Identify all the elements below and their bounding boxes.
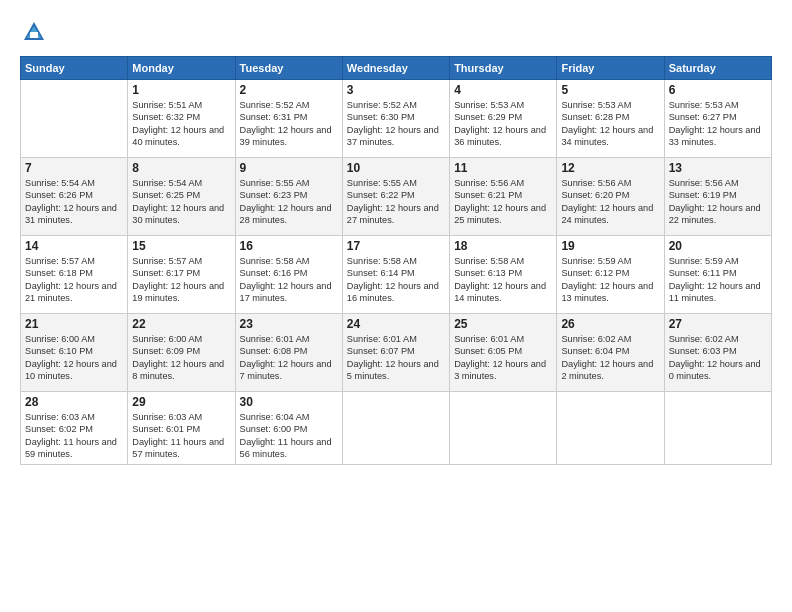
- day-info: Sunrise: 6:00 AMSunset: 6:09 PMDaylight:…: [132, 333, 230, 383]
- weekday-header-friday: Friday: [557, 57, 664, 80]
- day-info: Sunrise: 6:03 AMSunset: 6:02 PMDaylight:…: [25, 411, 123, 461]
- day-number: 24: [347, 317, 445, 331]
- day-number: 10: [347, 161, 445, 175]
- calendar-cell: 11Sunrise: 5:56 AMSunset: 6:21 PMDayligh…: [450, 158, 557, 236]
- day-info: Sunrise: 6:03 AMSunset: 6:01 PMDaylight:…: [132, 411, 230, 461]
- day-number: 30: [240, 395, 338, 409]
- day-info: Sunrise: 6:02 AMSunset: 6:04 PMDaylight:…: [561, 333, 659, 383]
- day-number: 23: [240, 317, 338, 331]
- day-info: Sunrise: 5:58 AMSunset: 6:16 PMDaylight:…: [240, 255, 338, 305]
- calendar-week-row: 1Sunrise: 5:51 AMSunset: 6:32 PMDaylight…: [21, 80, 772, 158]
- calendar-cell: 12Sunrise: 5:56 AMSunset: 6:20 PMDayligh…: [557, 158, 664, 236]
- day-number: 3: [347, 83, 445, 97]
- day-info: Sunrise: 6:04 AMSunset: 6:00 PMDaylight:…: [240, 411, 338, 461]
- calendar-week-row: 28Sunrise: 6:03 AMSunset: 6:02 PMDayligh…: [21, 392, 772, 465]
- day-info: Sunrise: 5:57 AMSunset: 6:17 PMDaylight:…: [132, 255, 230, 305]
- day-number: 8: [132, 161, 230, 175]
- day-number: 9: [240, 161, 338, 175]
- day-number: 29: [132, 395, 230, 409]
- calendar-cell: 6Sunrise: 5:53 AMSunset: 6:27 PMDaylight…: [664, 80, 771, 158]
- day-number: 18: [454, 239, 552, 253]
- calendar-cell: 4Sunrise: 5:53 AMSunset: 6:29 PMDaylight…: [450, 80, 557, 158]
- calendar-cell: [450, 392, 557, 465]
- calendar-cell: 22Sunrise: 6:00 AMSunset: 6:09 PMDayligh…: [128, 314, 235, 392]
- day-number: 6: [669, 83, 767, 97]
- calendar-cell: 3Sunrise: 5:52 AMSunset: 6:30 PMDaylight…: [342, 80, 449, 158]
- calendar-cell: 9Sunrise: 5:55 AMSunset: 6:23 PMDaylight…: [235, 158, 342, 236]
- day-number: 27: [669, 317, 767, 331]
- weekday-header-thursday: Thursday: [450, 57, 557, 80]
- day-number: 13: [669, 161, 767, 175]
- logo: [20, 18, 52, 46]
- calendar-cell: 28Sunrise: 6:03 AMSunset: 6:02 PMDayligh…: [21, 392, 128, 465]
- day-number: 2: [240, 83, 338, 97]
- day-number: 22: [132, 317, 230, 331]
- calendar-week-row: 21Sunrise: 6:00 AMSunset: 6:10 PMDayligh…: [21, 314, 772, 392]
- calendar-cell: 24Sunrise: 6:01 AMSunset: 6:07 PMDayligh…: [342, 314, 449, 392]
- day-info: Sunrise: 5:52 AMSunset: 6:31 PMDaylight:…: [240, 99, 338, 149]
- calendar-cell: 14Sunrise: 5:57 AMSunset: 6:18 PMDayligh…: [21, 236, 128, 314]
- day-info: Sunrise: 5:59 AMSunset: 6:11 PMDaylight:…: [669, 255, 767, 305]
- day-info: Sunrise: 6:00 AMSunset: 6:10 PMDaylight:…: [25, 333, 123, 383]
- day-info: Sunrise: 5:59 AMSunset: 6:12 PMDaylight:…: [561, 255, 659, 305]
- day-info: Sunrise: 5:53 AMSunset: 6:28 PMDaylight:…: [561, 99, 659, 149]
- calendar-cell: 25Sunrise: 6:01 AMSunset: 6:05 PMDayligh…: [450, 314, 557, 392]
- calendar-cell: 30Sunrise: 6:04 AMSunset: 6:00 PMDayligh…: [235, 392, 342, 465]
- day-info: Sunrise: 5:58 AMSunset: 6:14 PMDaylight:…: [347, 255, 445, 305]
- day-info: Sunrise: 5:58 AMSunset: 6:13 PMDaylight:…: [454, 255, 552, 305]
- day-number: 15: [132, 239, 230, 253]
- calendar-cell: 29Sunrise: 6:03 AMSunset: 6:01 PMDayligh…: [128, 392, 235, 465]
- day-number: 1: [132, 83, 230, 97]
- page: SundayMondayTuesdayWednesdayThursdayFrid…: [0, 0, 792, 612]
- day-info: Sunrise: 5:56 AMSunset: 6:21 PMDaylight:…: [454, 177, 552, 227]
- weekday-header-wednesday: Wednesday: [342, 57, 449, 80]
- day-number: 26: [561, 317, 659, 331]
- day-number: 25: [454, 317, 552, 331]
- day-info: Sunrise: 5:54 AMSunset: 6:26 PMDaylight:…: [25, 177, 123, 227]
- calendar-cell: 23Sunrise: 6:01 AMSunset: 6:08 PMDayligh…: [235, 314, 342, 392]
- calendar-cell: 17Sunrise: 5:58 AMSunset: 6:14 PMDayligh…: [342, 236, 449, 314]
- calendar-cell: 13Sunrise: 5:56 AMSunset: 6:19 PMDayligh…: [664, 158, 771, 236]
- day-number: 19: [561, 239, 659, 253]
- calendar-cell: 7Sunrise: 5:54 AMSunset: 6:26 PMDaylight…: [21, 158, 128, 236]
- day-number: 20: [669, 239, 767, 253]
- day-info: Sunrise: 5:56 AMSunset: 6:19 PMDaylight:…: [669, 177, 767, 227]
- calendar-cell: [557, 392, 664, 465]
- logo-icon: [20, 18, 48, 46]
- weekday-header-row: SundayMondayTuesdayWednesdayThursdayFrid…: [21, 57, 772, 80]
- calendar-week-row: 7Sunrise: 5:54 AMSunset: 6:26 PMDaylight…: [21, 158, 772, 236]
- day-number: 16: [240, 239, 338, 253]
- day-info: Sunrise: 5:54 AMSunset: 6:25 PMDaylight:…: [132, 177, 230, 227]
- day-number: 21: [25, 317, 123, 331]
- calendar-cell: 26Sunrise: 6:02 AMSunset: 6:04 PMDayligh…: [557, 314, 664, 392]
- calendar-cell: 1Sunrise: 5:51 AMSunset: 6:32 PMDaylight…: [128, 80, 235, 158]
- weekday-header-monday: Monday: [128, 57, 235, 80]
- day-info: Sunrise: 5:51 AMSunset: 6:32 PMDaylight:…: [132, 99, 230, 149]
- weekday-header-saturday: Saturday: [664, 57, 771, 80]
- calendar-cell: 21Sunrise: 6:00 AMSunset: 6:10 PMDayligh…: [21, 314, 128, 392]
- day-info: Sunrise: 5:55 AMSunset: 6:23 PMDaylight:…: [240, 177, 338, 227]
- calendar-cell: [664, 392, 771, 465]
- weekday-header-tuesday: Tuesday: [235, 57, 342, 80]
- day-info: Sunrise: 6:01 AMSunset: 6:05 PMDaylight:…: [454, 333, 552, 383]
- calendar-cell: 8Sunrise: 5:54 AMSunset: 6:25 PMDaylight…: [128, 158, 235, 236]
- calendar-cell: 16Sunrise: 5:58 AMSunset: 6:16 PMDayligh…: [235, 236, 342, 314]
- calendar-cell: 20Sunrise: 5:59 AMSunset: 6:11 PMDayligh…: [664, 236, 771, 314]
- day-info: Sunrise: 5:56 AMSunset: 6:20 PMDaylight:…: [561, 177, 659, 227]
- calendar-week-row: 14Sunrise: 5:57 AMSunset: 6:18 PMDayligh…: [21, 236, 772, 314]
- calendar-table: SundayMondayTuesdayWednesdayThursdayFrid…: [20, 56, 772, 465]
- day-info: Sunrise: 5:53 AMSunset: 6:27 PMDaylight:…: [669, 99, 767, 149]
- day-number: 5: [561, 83, 659, 97]
- calendar-cell: 18Sunrise: 5:58 AMSunset: 6:13 PMDayligh…: [450, 236, 557, 314]
- day-number: 4: [454, 83, 552, 97]
- calendar-cell: [21, 80, 128, 158]
- calendar-cell: 27Sunrise: 6:02 AMSunset: 6:03 PMDayligh…: [664, 314, 771, 392]
- day-number: 17: [347, 239, 445, 253]
- day-number: 12: [561, 161, 659, 175]
- calendar-cell: 5Sunrise: 5:53 AMSunset: 6:28 PMDaylight…: [557, 80, 664, 158]
- day-info: Sunrise: 5:57 AMSunset: 6:18 PMDaylight:…: [25, 255, 123, 305]
- day-number: 11: [454, 161, 552, 175]
- header: [20, 18, 772, 46]
- calendar-cell: [342, 392, 449, 465]
- day-number: 28: [25, 395, 123, 409]
